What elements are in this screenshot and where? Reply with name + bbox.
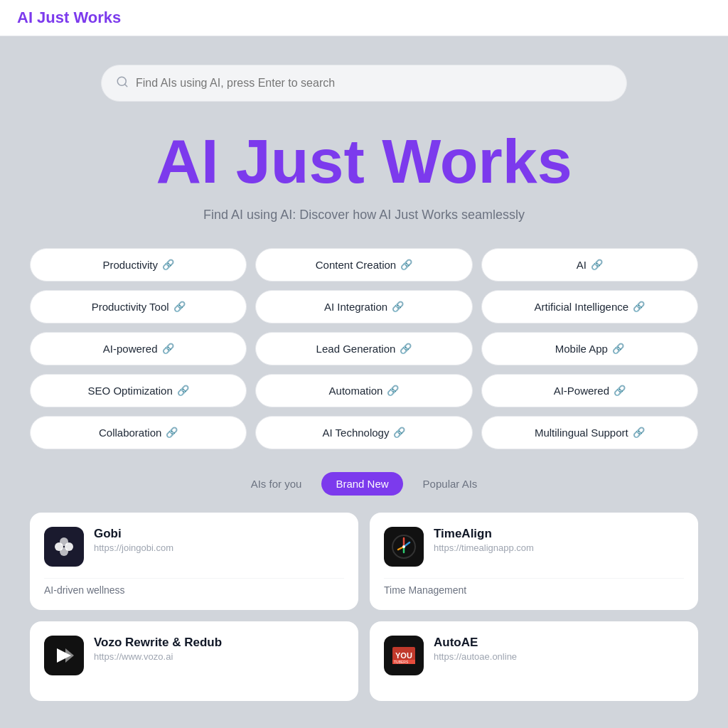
card-name: Vozo Rewrite & Redub [94, 636, 222, 650]
tag-label: AI-powered [103, 343, 158, 355]
card-info: Vozo Rewrite & Redub https://www.vozo.ai [94, 636, 222, 662]
tag-label: AI-Powered [554, 385, 609, 397]
hero-title: AI Just Works [17, 127, 711, 196]
card-top: Vozo Rewrite & Redub https://www.vozo.ai [44, 636, 344, 675]
card-url: https://autoae.online [434, 651, 517, 662]
search-container [101, 65, 627, 102]
link-icon: 🔗 [162, 343, 174, 354]
card-logo-timealign [384, 527, 424, 567]
card-name: TimeAlign [434, 527, 534, 541]
link-icon: 🔗 [166, 427, 178, 438]
main-content: AI Just Works Find AI using AI: Discover… [0, 36, 728, 728]
card-timealign[interactable]: TimeAlign https://timealignapp.com Time … [370, 513, 698, 610]
tag-label: AI [577, 259, 587, 271]
header: AI Just Works [0, 0, 728, 36]
link-icon: 🔗 [177, 385, 189, 396]
card-gobi[interactable]: Gobi https://joingobi.com AI-driven well… [30, 513, 358, 610]
link-icon: 🔗 [400, 259, 412, 270]
tag-label: SEO Optimization [88, 385, 173, 397]
link-icon: 🔗 [614, 385, 626, 396]
card-logo-vozo [44, 636, 84, 675]
tag-ai-powered-2[interactable]: AI-Powered🔗 [481, 374, 698, 407]
svg-line-1 [124, 84, 127, 86]
card-top: TimeAlign https://timealignapp.com [384, 527, 684, 567]
link-icon: 🔗 [633, 427, 645, 438]
tag-productivity-tool[interactable]: Productivity Tool🔗 [30, 290, 247, 323]
card-url: https://joingobi.com [94, 542, 173, 553]
filter-tab-popular-ais[interactable]: Popular AIs [409, 472, 492, 496]
tag-mobile-app[interactable]: Mobile App🔗 [481, 332, 698, 365]
tag-ai-powered[interactable]: AI-powered🔗 [30, 332, 247, 365]
tag-label: Productivity Tool [92, 301, 169, 313]
tag-label: Lead Generation [316, 343, 396, 355]
hero-subtitle: Find AI using AI: Discover how AI Just W… [17, 208, 711, 223]
link-icon: 🔗 [392, 301, 404, 312]
card-top: YOU TUBERS TUBERS AutoAE https://autoae.… [384, 636, 684, 675]
card-name: Gobi [94, 527, 173, 541]
link-icon: 🔗 [173, 301, 186, 312]
tag-label: Productivity [102, 259, 158, 271]
card-description: Time Management [384, 578, 684, 596]
svg-marker-9 [65, 648, 74, 663]
link-icon: 🔗 [612, 343, 624, 354]
filter-tab-ais-for-you[interactable]: AIs for you [237, 472, 316, 496]
card-description: AI-driven wellness [44, 578, 344, 596]
card-info: AutoAE https://autoae.online [434, 636, 517, 662]
tag-label: Mobile App [555, 343, 608, 355]
tag-multilingual-support[interactable]: Multilingual Support🔗 [481, 416, 698, 449]
tag-label: Collaboration [99, 427, 161, 439]
link-icon: 🔗 [387, 385, 399, 396]
tag-content-creation[interactable]: Content Creation🔗 [255, 248, 472, 282]
svg-point-5 [60, 547, 68, 556]
card-info: Gobi https://joingobi.com [94, 527, 173, 553]
link-icon: 🔗 [400, 343, 412, 354]
card-top: Gobi https://joingobi.com [44, 527, 344, 567]
search-input[interactable] [136, 77, 612, 90]
card-autoae[interactable]: YOU TUBERS TUBERS AutoAE https://autoae.… [370, 621, 698, 701]
tag-ai[interactable]: AI🔗 [481, 248, 698, 282]
filter-tab-brand-new[interactable]: Brand New [321, 472, 402, 496]
tag-label: Content Creation [316, 259, 396, 271]
tag-label: Multilingual Support [535, 427, 628, 439]
link-icon: 🔗 [633, 301, 645, 312]
tag-label: Artificial Intelligence [535, 301, 629, 313]
tag-label: AI Integration [324, 301, 387, 313]
tag-artificial-intelligence[interactable]: Artificial Intelligence🔗 [481, 290, 698, 323]
cards-grid: Gobi https://joingobi.com AI-driven well… [30, 513, 698, 701]
card-url: https://www.vozo.ai [94, 651, 222, 662]
link-icon: 🔗 [591, 259, 603, 270]
tag-label: Automation [329, 385, 383, 397]
site-logo[interactable]: AI Just Works [17, 9, 121, 27]
svg-text:TUBERS: TUBERS [394, 660, 409, 664]
search-icon [116, 75, 129, 91]
filter-tabs: AIs for youBrand NewPopular AIs [17, 472, 711, 496]
search-bar [101, 65, 627, 102]
svg-point-7 [402, 545, 405, 548]
card-name: AutoAE [434, 636, 517, 650]
tags-grid: Productivity🔗Content Creation🔗AI🔗Product… [30, 248, 698, 449]
tag-seo-optimization[interactable]: SEO Optimization🔗 [30, 374, 247, 407]
tag-ai-technology[interactable]: AI Technology🔗 [255, 416, 472, 449]
card-logo-gobi [44, 527, 84, 567]
link-icon: 🔗 [393, 427, 405, 438]
tag-lead-generation[interactable]: Lead Generation🔗 [255, 332, 472, 365]
svg-point-4 [60, 537, 68, 546]
tag-automation[interactable]: Automation🔗 [255, 374, 472, 407]
card-url: https://timealignapp.com [434, 542, 534, 553]
card-logo-autoae: YOU TUBERS TUBERS [384, 636, 424, 675]
tag-collaboration[interactable]: Collaboration🔗 [30, 416, 247, 449]
tag-productivity[interactable]: Productivity🔗 [30, 248, 247, 282]
tag-label: AI Technology [323, 427, 390, 439]
card-info: TimeAlign https://timealignapp.com [434, 527, 534, 553]
card-vozo[interactable]: Vozo Rewrite & Redub https://www.vozo.ai [30, 621, 358, 701]
tag-ai-integration[interactable]: AI Integration🔗 [255, 290, 472, 323]
link-icon: 🔗 [162, 259, 174, 270]
